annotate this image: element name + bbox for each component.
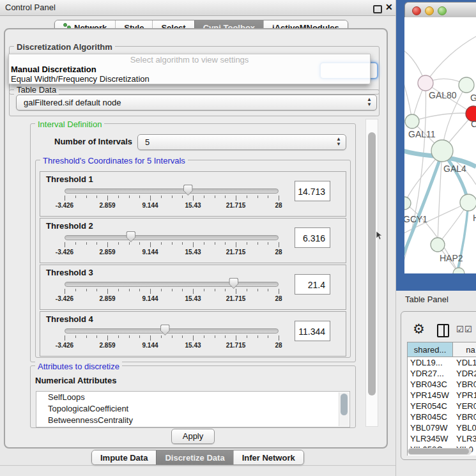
- table-row[interactable]: YDL19...YDL1: [408, 358, 476, 369]
- number-of-intervals-label: Number of Intervals: [54, 137, 132, 146]
- threshold-slider[interactable]: -3.4262.8599.14415.4321.71528: [65, 326, 279, 351]
- cell-shared-name: YBL079W: [410, 423, 448, 433]
- table-row[interactable]: YER054CYER0: [408, 401, 476, 412]
- threshold-row: Threshold 2-3.4262.8599.14415.4321.71528…: [40, 218, 346, 263]
- network-edge[interactable]: [426, 36, 476, 83]
- threshold-value-field[interactable]: 11.344: [295, 321, 330, 341]
- table-hscrollbar-thumb[interactable]: [408, 449, 469, 454]
- column-layout-icon[interactable]: [437, 324, 449, 337]
- close-icon[interactable]: ✕: [385, 2, 393, 12]
- popup-item-manual-discretization[interactable]: Manual Discretization: [11, 65, 96, 74]
- table-row[interactable]: YPR145WYPR1: [408, 390, 476, 401]
- cell-shared-name: YER054C: [410, 401, 447, 411]
- network-edge[interactable]: [404, 68, 412, 121]
- tab-discretize-data[interactable]: Discretize Data: [156, 450, 233, 464]
- tab-label: Discretize Data: [165, 453, 224, 463]
- main-scrollbar[interactable]: [365, 119, 378, 427]
- table-panel-title: Table Panel: [405, 295, 449, 304]
- slider-track[interactable]: [65, 282, 279, 287]
- node-table: shared... na YDL19...YDL1YDR27...YDR2YBR…: [407, 342, 476, 456]
- cell-shared-name: YLR345W: [410, 434, 448, 443]
- attributes-scrollbar-thumb[interactable]: [341, 394, 348, 415]
- cell-name: YBL0: [456, 423, 476, 433]
- slider-thumb[interactable]: [229, 278, 238, 289]
- threshold-slider[interactable]: -3.4262.8599.14415.4321.71528: [65, 233, 279, 258]
- threshold-label: Threshold 3: [46, 268, 93, 277]
- network-node[interactable]: [453, 268, 464, 273]
- number-of-intervals-combobox[interactable]: 5 ▲▼: [137, 134, 346, 150]
- table-row[interactable]: YLR345WYLR3: [408, 434, 476, 445]
- threshold-row: Threshold 1-3.4262.8599.14415.4321.71528…: [40, 171, 346, 217]
- cell-shared-name: YDL19...: [410, 358, 443, 367]
- slider-track[interactable]: [65, 235, 279, 240]
- slider-thumb[interactable]: [183, 185, 193, 196]
- threshold-slider[interactable]: -3.4262.8599.14415.4321.71528: [65, 279, 279, 305]
- control-panel-titlebar: Control Panel ✕: [0, 0, 396, 16]
- cell-name: YBR0: [456, 380, 476, 389]
- network-node[interactable]: [459, 77, 474, 93]
- network-canvas[interactable]: GAL80GCGAL11GAL4GCY1HHAP2: [404, 17, 476, 273]
- apply-button[interactable]: Apply: [171, 429, 215, 444]
- float-window-icon[interactable]: [373, 5, 382, 13]
- slider-tick-labels: -3.4262.8599.14415.4321.71528: [65, 342, 279, 349]
- threshold-value-field[interactable]: 14.713: [295, 181, 330, 201]
- table-row[interactable]: YBL079WYBL0: [408, 423, 476, 434]
- cell-name: YBR0: [456, 412, 476, 422]
- cell-name: YER0: [456, 401, 476, 411]
- slider-tick-labels: -3.4262.8599.14415.4321.71528: [65, 202, 279, 210]
- combo-arrows-icon: ▲▼: [336, 137, 341, 147]
- column-header-shared-name[interactable]: shared...: [408, 342, 453, 357]
- minimize-traffic-light[interactable]: [425, 6, 434, 15]
- tab-impute-data[interactable]: Impute Data: [92, 450, 156, 464]
- cell-name: YLR3: [456, 434, 476, 443]
- network-window-titlebar[interactable]: [404, 2, 476, 19]
- network-node[interactable]: [460, 194, 476, 211]
- checkbox-icon[interactable]: ☑: [456, 325, 464, 334]
- table-data-combobox[interactable]: galFiltered.sif default node ▲▼: [16, 95, 377, 111]
- panel-bottom-divider: [0, 465, 396, 466]
- combo-arrows-icon: ▲▼: [367, 97, 372, 107]
- cell-name: YDL1: [456, 358, 476, 367]
- slider-track[interactable]: [65, 328, 279, 334]
- network-node[interactable]: [418, 75, 433, 91]
- network-node[interactable]: [405, 114, 419, 128]
- discretization-algorithm-title: Discretization Algorithm: [14, 42, 115, 52]
- node-label: C: [471, 119, 476, 129]
- table-horizontal-scrollbar[interactable]: [408, 448, 472, 455]
- node-label: GAL11: [408, 129, 436, 139]
- threshold-slider[interactable]: -3.4262.8599.14415.4321.71528: [65, 186, 279, 211]
- column-header-name[interactable]: na: [453, 342, 476, 357]
- network-edge[interactable]: [412, 113, 473, 121]
- table-row[interactable]: YBR045CYBR0: [408, 412, 476, 423]
- slider-thumb[interactable]: [126, 231, 135, 242]
- attribute-list-item[interactable]: SelfLoops: [36, 392, 349, 403]
- threshold-row: Threshold 3-3.4262.8599.14415.4321.71528…: [40, 265, 346, 310]
- attributes-scrollbar[interactable]: [339, 392, 349, 426]
- main-scrollbar-thumb[interactable]: [368, 132, 376, 395]
- table-row[interactable]: YDR27...YDR2: [408, 369, 476, 380]
- threshold-row: Threshold 4-3.4262.8599.14415.4321.71528…: [40, 311, 346, 357]
- numerical-attributes-list[interactable]: SelfLoopsTopologicalCoefficientBetweenne…: [36, 391, 350, 427]
- checkbox-icon[interactable]: ☑: [464, 325, 472, 334]
- attribute-list-item[interactable]: BetweennessCentrality: [36, 415, 349, 426]
- algorithm-hint: Select algorithm to view settings: [9, 55, 370, 65]
- table-row[interactable]: YBR043CYBR0: [408, 380, 476, 390]
- threshold-value-field[interactable]: 21.4: [295, 274, 330, 295]
- network-node[interactable]: [431, 140, 453, 162]
- cell-name: YPR1: [456, 390, 476, 400]
- attribute-list-item[interactable]: TopologicalCoefficient: [36, 403, 349, 415]
- cell-shared-name: YBR045C: [410, 412, 447, 422]
- gear-icon[interactable]: ⚙: [413, 321, 425, 337]
- cell-name: YDR2: [456, 369, 476, 378]
- network-node[interactable]: [431, 238, 445, 252]
- tab-infer-network[interactable]: Infer Network: [233, 450, 303, 464]
- slider-thumb[interactable]: [160, 325, 170, 335]
- interval-definition-title: Interval Definition: [35, 119, 104, 129]
- node-label: GCY1: [404, 214, 427, 224]
- close-traffic-light[interactable]: [412, 6, 421, 15]
- threshold-value-field[interactable]: 6.316: [295, 227, 330, 248]
- popup-item-equal-width-frequency[interactable]: Equal Width/Frequency Discretization: [11, 74, 150, 84]
- zoom-traffic-light[interactable]: [438, 6, 447, 15]
- slider-track[interactable]: [65, 188, 279, 194]
- cell-shared-name: YPR145W: [410, 390, 449, 400]
